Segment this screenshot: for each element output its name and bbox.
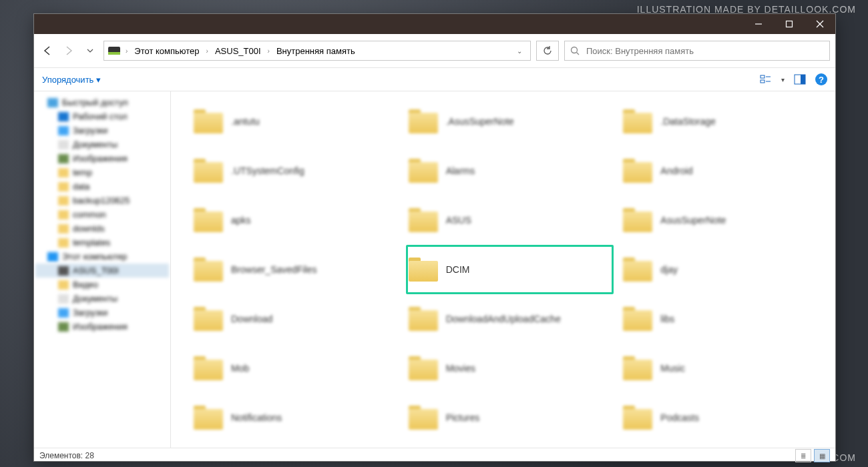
folder-item[interactable]: SpotifyCache bbox=[620, 442, 829, 448]
help-button[interactable]: ? bbox=[815, 73, 827, 85]
breadcrumb-storage[interactable]: Внутренняя память bbox=[274, 45, 358, 57]
refresh-button[interactable] bbox=[536, 41, 559, 61]
recent-dropdown[interactable] bbox=[82, 43, 98, 59]
pc-icon bbox=[47, 252, 58, 262]
folder-label: AsusSuperNote bbox=[660, 215, 726, 225]
title-bar bbox=[34, 14, 835, 34]
address-bar[interactable]: › Этот компьютер › ASUS_T00I › Внутрення… bbox=[103, 41, 531, 61]
folder-label: libs bbox=[660, 314, 674, 324]
folder-item[interactable]: ASUS bbox=[406, 195, 614, 245]
folder-label: Alarms bbox=[446, 165, 475, 176]
sidebar-item[interactable]: Изображения bbox=[35, 320, 169, 334]
folder-icon bbox=[623, 109, 652, 133]
icons-view-button[interactable]: ▦ bbox=[814, 449, 830, 462]
folder-item[interactable]: Android bbox=[620, 146, 829, 195]
search-input[interactable] bbox=[585, 45, 824, 57]
device-icon bbox=[108, 47, 120, 55]
fold-icon bbox=[58, 196, 69, 205]
img-icon bbox=[58, 154, 69, 163]
breadcrumb-device[interactable]: ASUS_T00I bbox=[212, 45, 264, 57]
folder-item[interactable]: Pictures bbox=[406, 393, 614, 442]
folder-label: Download bbox=[231, 314, 272, 324]
fold-icon bbox=[58, 224, 69, 234]
maximize-button[interactable] bbox=[774, 14, 805, 34]
sidebar-item[interactable]: Документы bbox=[35, 292, 169, 306]
folder-item[interactable]: .UTSystemConfig bbox=[191, 146, 399, 195]
back-button[interactable] bbox=[39, 43, 55, 59]
sidebar-item[interactable]: Загрузки bbox=[35, 306, 169, 320]
folder-label: .UTSystemConfig bbox=[231, 165, 304, 176]
folder-label: DCIM bbox=[446, 264, 470, 275]
sidebar-item-label: Документы bbox=[73, 294, 118, 304]
sidebar-item[interactable]: downlds bbox=[35, 221, 169, 236]
sidebar-item[interactable]: Изображения bbox=[35, 151, 169, 165]
sidebar-item[interactable]: ASUS_T00I bbox=[35, 264, 169, 278]
view-options-button[interactable] bbox=[760, 73, 772, 85]
folder-item[interactable]: .DataStorage bbox=[620, 97, 829, 146]
img-icon bbox=[58, 322, 69, 332]
folder-item[interactable]: djay bbox=[620, 245, 829, 294]
sidebar-item-label: Быстрый доступ bbox=[62, 97, 128, 107]
folder-item[interactable]: .antutu bbox=[191, 97, 399, 146]
sidebar-item-label: Видео bbox=[73, 280, 98, 290]
close-button[interactable] bbox=[805, 14, 835, 34]
details-view-button[interactable]: ≣ bbox=[795, 449, 811, 462]
folder-content-area[interactable]: .antutu.AsusSuperNote.DataStorage.UTSyst… bbox=[171, 91, 835, 448]
folder-label: Pictures bbox=[446, 412, 480, 423]
folder-label: Android bbox=[660, 165, 692, 176]
search-box[interactable] bbox=[564, 41, 830, 61]
sidebar-item[interactable]: Быстрый доступ bbox=[35, 95, 169, 109]
folder-item[interactable]: Podcasts bbox=[620, 393, 829, 442]
sidebar-item[interactable]: Видео bbox=[35, 278, 169, 292]
fold-icon bbox=[58, 210, 69, 219]
svg-rect-1 bbox=[787, 21, 793, 27]
folder-item[interactable]: Browser_SavedFiles bbox=[191, 245, 399, 294]
sidebar-item[interactable]: data bbox=[35, 179, 169, 193]
folder-item[interactable]: AsusSuperNote bbox=[620, 195, 829, 245]
sidebar-item[interactable]: Документы bbox=[35, 137, 169, 151]
navigation-sidebar[interactable]: Быстрый доступРабочий столЗагрузкиДокуме… bbox=[34, 91, 171, 448]
organize-button[interactable]: Упорядочить ▾ bbox=[42, 75, 101, 85]
sidebar-item-label: Загрузки bbox=[73, 308, 107, 318]
folder-icon bbox=[409, 258, 438, 282]
fold-icon bbox=[58, 168, 69, 177]
folder-item[interactable]: apks bbox=[191, 195, 399, 245]
sidebar-item[interactable]: Этот компьютер bbox=[35, 250, 169, 264]
folder-item[interactable]: .AsusSuperNote bbox=[406, 97, 614, 146]
sidebar-item[interactable]: Рабочий стол bbox=[35, 109, 169, 123]
folder-icon bbox=[409, 109, 438, 133]
folder-item[interactable]: DownloadAndUploadCache bbox=[406, 294, 614, 344]
folder-item[interactable]: libs bbox=[620, 294, 829, 344]
breadcrumb-computer[interactable]: Этот компьютер bbox=[132, 45, 202, 57]
sidebar-item[interactable]: temp bbox=[35, 165, 169, 179]
folder-item[interactable]: DCIM bbox=[406, 245, 614, 294]
sidebar-item[interactable]: Загрузки bbox=[35, 123, 169, 137]
folder-item[interactable]: Download bbox=[191, 294, 399, 344]
preview-pane-button[interactable] bbox=[794, 73, 806, 85]
dl-icon bbox=[58, 308, 69, 318]
folder-label: .DataStorage bbox=[660, 116, 716, 127]
folder-item[interactable]: Alarms bbox=[406, 146, 614, 195]
folder-item[interactable]: Movies bbox=[406, 344, 614, 393]
chevron-right-icon: › bbox=[268, 47, 270, 55]
folder-icon bbox=[623, 159, 652, 183]
folder-item[interactable]: Mob bbox=[191, 344, 399, 393]
folder-item[interactable]: Music bbox=[620, 344, 829, 393]
folder-item[interactable]: Screenshots bbox=[406, 442, 614, 448]
minimize-button[interactable] bbox=[743, 14, 774, 34]
sidebar-item[interactable]: backup120625 bbox=[35, 193, 169, 207]
folder-item[interactable]: Ringtones bbox=[191, 442, 399, 448]
folder-icon bbox=[623, 208, 652, 232]
address-dropdown[interactable]: ⌄ bbox=[513, 47, 526, 55]
folder-label: DownloadAndUploadCache bbox=[446, 314, 561, 324]
chevron-down-icon[interactable]: ▾ bbox=[781, 76, 785, 83]
sidebar-item-label: Загрузки bbox=[73, 125, 107, 135]
address-row: › Этот компьютер › ASUS_T00I › Внутрення… bbox=[34, 34, 835, 68]
chevron-down-icon: ▾ bbox=[96, 75, 101, 85]
desk-icon bbox=[58, 112, 69, 121]
forward-button[interactable] bbox=[61, 43, 77, 59]
sidebar-item[interactable]: common bbox=[35, 207, 169, 221]
folder-item[interactable]: Notifications bbox=[191, 393, 399, 442]
folder-icon bbox=[194, 208, 223, 232]
sidebar-item[interactable]: templates bbox=[35, 236, 169, 250]
